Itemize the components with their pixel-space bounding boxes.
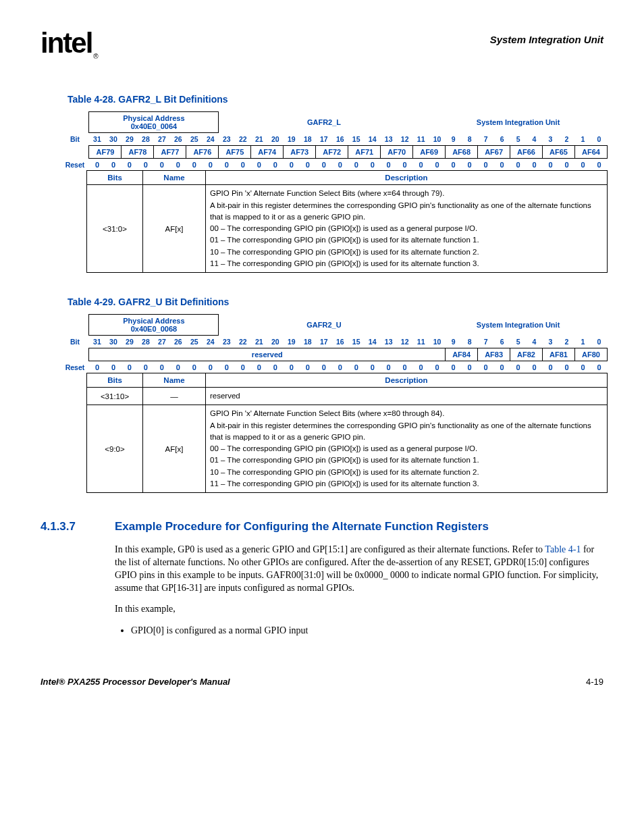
registered-mark: ® xyxy=(93,53,97,60)
description-value: GPIO Pin 'x' Alternate Function Select B… xyxy=(206,185,608,273)
bits-value: <31:0> xyxy=(87,185,143,273)
reserved-field: reserved xyxy=(89,348,446,361)
reg-name: GAFR2_U xyxy=(219,315,429,336)
field-row: reserved AF84 AF83 AF82 AF81 AF80 xyxy=(61,348,608,361)
page-header: intel® System Integration Unit xyxy=(41,27,603,60)
table28-description-table: Bits Name Description <31:0> AF[x] GPIO … xyxy=(86,170,608,273)
reg-name: GAFR2_L xyxy=(219,112,429,133)
section-number: 4.1.3.7 xyxy=(41,520,115,533)
name-header: Name xyxy=(143,171,206,185)
paragraph-2: In this example, xyxy=(115,603,603,616)
field-row: AF79 AF78 AF77 AF76 AF75 AF74 AF73 AF72 … xyxy=(61,146,608,159)
manual-title: Intel® PXA255 Processor Developer's Manu… xyxy=(41,677,230,687)
phys-addr: Physical Address 0x40E0_0068 xyxy=(89,315,219,336)
intel-logo: intel® xyxy=(41,27,97,60)
module-name: System Integration Unit xyxy=(429,112,608,133)
table28-register-table: Physical Address 0x40E0_0064 GAFR2_L Sys… xyxy=(61,111,608,171)
module-name: System Integration Unit xyxy=(429,315,608,336)
bit-label: Bit xyxy=(61,133,89,146)
name-value: AF[x] xyxy=(143,185,206,273)
table-row: <31:10> — reserved xyxy=(87,388,608,405)
table-4-1-link[interactable]: Table 4-1 xyxy=(545,544,581,554)
reset-row: Reset 0 0 0 0 0 0 0 0 0 0 0 0 0 0 0 0 0 … xyxy=(61,361,608,374)
list-item: GPIO[0] is configured as a normal GPIO i… xyxy=(131,625,603,636)
page-footer: Intel® PXA255 Processor Developer's Manu… xyxy=(41,677,603,687)
paragraph-1: In this example, GP0 is used as a generi… xyxy=(115,544,603,595)
example-list: GPIO[0] is configured as a normal GPIO i… xyxy=(115,625,603,636)
page-number: 4-19 xyxy=(586,677,603,687)
reset-row: Reset 0 0 0 0 0 0 0 0 0 0 0 0 0 0 0 0 0 … xyxy=(61,159,608,172)
phys-addr: Physical Address 0x40E0_0064 xyxy=(89,112,219,133)
table-row: <9:0> AF[x] GPIO Pin 'x' Alternate Funct… xyxy=(87,405,608,493)
table28-title: Table 4-28. GAFR2_L Bit Definitions xyxy=(68,94,603,105)
header-section-title: System Integration Unit xyxy=(490,34,603,45)
table29-description-table: Bits Name Description <31:10> — reserved… xyxy=(86,373,608,493)
section-heading: 4.1.3.7 Example Procedure for Configurin… xyxy=(41,520,603,533)
section-title: Example Procedure for Configuring the Al… xyxy=(115,520,489,533)
bit-number-row: Bit 31 30 29 28 27 26 25 24 23 22 21 20 … xyxy=(61,336,608,348)
bit-number-row: Bit 31 30 29 28 27 26 25 24 23 22 21 20 … xyxy=(61,133,608,146)
table29-register-table: Physical Address 0x40E0_0068 GAFR2_U Sys… xyxy=(61,314,608,373)
description-header: Description xyxy=(206,171,608,185)
reset-label: Reset xyxy=(61,159,89,172)
bits-header: Bits xyxy=(87,171,143,185)
logo-text: intel xyxy=(41,27,92,59)
table29-title: Table 4-29. GAFR2_U Bit Definitions xyxy=(68,296,603,307)
